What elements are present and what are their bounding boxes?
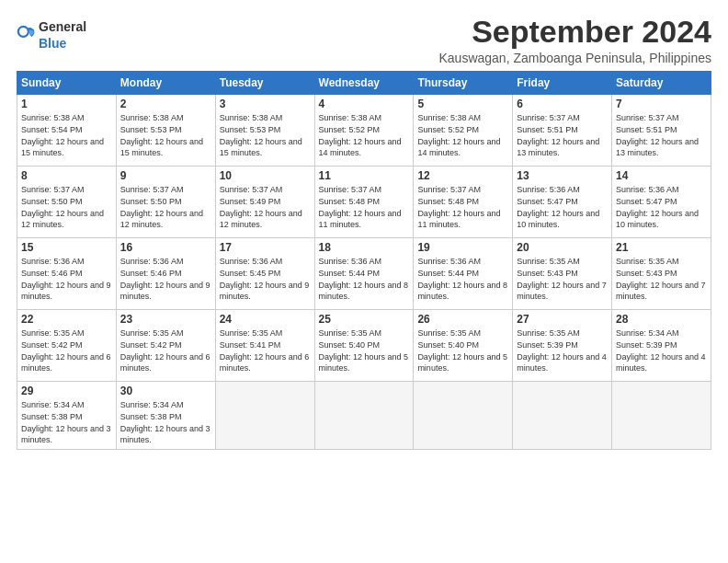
day-number: 7 xyxy=(616,98,707,110)
day-info: Sunrise: 5:37 AM Sunset: 5:50 PM Dayligh… xyxy=(21,184,112,230)
calendar-header-row: Sunday Monday Tuesday Wednesday Thursday… xyxy=(17,72,711,95)
day-number: 11 xyxy=(319,169,410,182)
header-monday: Monday xyxy=(116,72,215,95)
day-info: Sunrise: 5:36 AM Sunset: 5:47 PM Dayligh… xyxy=(616,184,707,230)
logo: General Blue xyxy=(17,18,86,52)
calendar-cell: 24Sunrise: 5:35 AM Sunset: 5:41 PM Dayli… xyxy=(215,310,314,382)
header: General Blue September 2024 Kauswagan, Z… xyxy=(17,15,711,65)
day-info: Sunrise: 5:35 AM Sunset: 5:43 PM Dayligh… xyxy=(616,256,707,302)
day-number: 14 xyxy=(616,169,707,182)
calendar-cell: 25Sunrise: 5:35 AM Sunset: 5:40 PM Dayli… xyxy=(314,310,414,382)
svg-point-1 xyxy=(19,28,28,36)
page: General Blue September 2024 Kauswagan, Z… xyxy=(0,0,728,563)
calendar-cell: 30Sunrise: 5:34 AM Sunset: 5:38 PM Dayli… xyxy=(116,382,215,449)
calendar-cell: 21Sunrise: 5:35 AM Sunset: 5:43 PM Dayli… xyxy=(612,238,711,310)
calendar-cell: 19Sunrise: 5:36 AM Sunset: 5:44 PM Dayli… xyxy=(414,238,513,310)
calendar-cell: 2Sunrise: 5:38 AM Sunset: 5:53 PM Daylig… xyxy=(116,95,215,167)
day-info: Sunrise: 5:36 AM Sunset: 5:44 PM Dayligh… xyxy=(417,256,508,302)
calendar-cell: 9Sunrise: 5:37 AM Sunset: 5:50 PM Daylig… xyxy=(116,167,215,238)
day-info: Sunrise: 5:35 AM Sunset: 5:43 PM Dayligh… xyxy=(517,256,608,302)
calendar-cell: 16Sunrise: 5:36 AM Sunset: 5:46 PM Dayli… xyxy=(116,238,215,310)
location-title: Kauswagan, Zamboanga Peninsula, Philippi… xyxy=(438,51,711,65)
calendar-cell: 3Sunrise: 5:38 AM Sunset: 5:53 PM Daylig… xyxy=(215,95,314,167)
day-info: Sunrise: 5:34 AM Sunset: 5:38 PM Dayligh… xyxy=(21,399,112,445)
logo-general: General xyxy=(39,19,86,34)
day-number: 2 xyxy=(120,98,211,110)
day-number: 16 xyxy=(120,241,211,254)
day-number: 15 xyxy=(21,241,112,254)
day-number: 28 xyxy=(616,313,707,326)
day-info: Sunrise: 5:37 AM Sunset: 5:48 PM Dayligh… xyxy=(417,184,508,230)
calendar-cell: 1Sunrise: 5:38 AM Sunset: 5:54 PM Daylig… xyxy=(17,95,117,167)
header-wednesday: Wednesday xyxy=(314,72,414,95)
day-number: 8 xyxy=(21,169,112,182)
calendar-cell: 6Sunrise: 5:37 AM Sunset: 5:51 PM Daylig… xyxy=(513,95,612,167)
day-number: 13 xyxy=(517,169,608,182)
calendar-cell: 22Sunrise: 5:35 AM Sunset: 5:42 PM Dayli… xyxy=(17,310,117,382)
day-info: Sunrise: 5:36 AM Sunset: 5:45 PM Dayligh… xyxy=(220,256,311,302)
day-info: Sunrise: 5:36 AM Sunset: 5:44 PM Dayligh… xyxy=(319,256,410,302)
calendar-cell: 13Sunrise: 5:36 AM Sunset: 5:47 PM Dayli… xyxy=(513,167,612,238)
day-number: 22 xyxy=(21,313,112,326)
day-info: Sunrise: 5:35 AM Sunset: 5:42 PM Dayligh… xyxy=(120,327,211,373)
day-number: 9 xyxy=(120,169,211,182)
day-info: Sunrise: 5:37 AM Sunset: 5:48 PM Dayligh… xyxy=(319,184,410,230)
day-info: Sunrise: 5:34 AM Sunset: 5:38 PM Dayligh… xyxy=(120,399,211,445)
day-info: Sunrise: 5:35 AM Sunset: 5:40 PM Dayligh… xyxy=(319,327,410,373)
day-number: 19 xyxy=(417,241,508,254)
day-number: 20 xyxy=(517,241,608,254)
calendar-cell: 15Sunrise: 5:36 AM Sunset: 5:46 PM Dayli… xyxy=(17,238,117,310)
day-number: 25 xyxy=(319,313,410,326)
calendar-cell: 29Sunrise: 5:34 AM Sunset: 5:38 PM Dayli… xyxy=(17,382,117,449)
day-info: Sunrise: 5:37 AM Sunset: 5:49 PM Dayligh… xyxy=(220,184,311,230)
calendar-cell xyxy=(513,382,612,449)
day-info: Sunrise: 5:38 AM Sunset: 5:52 PM Dayligh… xyxy=(417,112,508,158)
day-info: Sunrise: 5:35 AM Sunset: 5:40 PM Dayligh… xyxy=(417,327,508,373)
day-number: 27 xyxy=(517,313,608,326)
logo-blue: Blue xyxy=(39,36,66,51)
day-number: 12 xyxy=(417,169,508,182)
day-info: Sunrise: 5:37 AM Sunset: 5:50 PM Dayligh… xyxy=(120,184,211,230)
logo-icon xyxy=(17,25,37,45)
logo-text: General Blue xyxy=(39,18,86,52)
day-info: Sunrise: 5:38 AM Sunset: 5:53 PM Dayligh… xyxy=(120,112,211,158)
calendar-cell: 10Sunrise: 5:37 AM Sunset: 5:49 PM Dayli… xyxy=(215,167,314,238)
day-info: Sunrise: 5:38 AM Sunset: 5:54 PM Dayligh… xyxy=(21,112,112,158)
day-info: Sunrise: 5:35 AM Sunset: 5:41 PM Dayligh… xyxy=(220,327,311,373)
calendar-cell: 26Sunrise: 5:35 AM Sunset: 5:40 PM Dayli… xyxy=(414,310,513,382)
day-number: 17 xyxy=(220,241,311,254)
day-info: Sunrise: 5:38 AM Sunset: 5:53 PM Dayligh… xyxy=(220,112,311,158)
header-tuesday: Tuesday xyxy=(215,72,314,95)
calendar-cell xyxy=(314,382,414,449)
day-info: Sunrise: 5:34 AM Sunset: 5:39 PM Dayligh… xyxy=(616,327,707,373)
calendar-cell: 14Sunrise: 5:36 AM Sunset: 5:47 PM Dayli… xyxy=(612,167,711,238)
day-number: 1 xyxy=(21,98,112,110)
calendar-cell: 27Sunrise: 5:35 AM Sunset: 5:39 PM Dayli… xyxy=(513,310,612,382)
header-friday: Friday xyxy=(513,72,612,95)
calendar-cell: 4Sunrise: 5:38 AM Sunset: 5:52 PM Daylig… xyxy=(314,95,414,167)
day-info: Sunrise: 5:36 AM Sunset: 5:46 PM Dayligh… xyxy=(21,256,112,302)
header-thursday: Thursday xyxy=(414,72,513,95)
calendar-cell: 18Sunrise: 5:36 AM Sunset: 5:44 PM Dayli… xyxy=(314,238,414,310)
calendar-cell xyxy=(612,382,711,449)
title-section: September 2024 Kauswagan, Zamboanga Peni… xyxy=(438,15,711,65)
day-info: Sunrise: 5:35 AM Sunset: 5:42 PM Dayligh… xyxy=(21,327,112,373)
day-number: 21 xyxy=(616,241,707,254)
day-number: 18 xyxy=(319,241,410,254)
calendar-cell: 8Sunrise: 5:37 AM Sunset: 5:50 PM Daylig… xyxy=(17,167,117,238)
day-number: 4 xyxy=(319,98,410,110)
day-number: 6 xyxy=(517,98,608,110)
day-number: 10 xyxy=(220,169,311,182)
day-info: Sunrise: 5:38 AM Sunset: 5:52 PM Dayligh… xyxy=(319,112,410,158)
day-number: 26 xyxy=(417,313,508,326)
calendar-cell: 7Sunrise: 5:37 AM Sunset: 5:51 PM Daylig… xyxy=(612,95,711,167)
day-info: Sunrise: 5:35 AM Sunset: 5:39 PM Dayligh… xyxy=(517,327,608,373)
day-info: Sunrise: 5:36 AM Sunset: 5:47 PM Dayligh… xyxy=(517,184,608,230)
calendar-cell: 28Sunrise: 5:34 AM Sunset: 5:39 PM Dayli… xyxy=(612,310,711,382)
header-sunday: Sunday xyxy=(17,72,117,95)
month-title: September 2024 xyxy=(438,15,711,49)
calendar-cell xyxy=(215,382,314,449)
calendar-cell xyxy=(414,382,513,449)
calendar-cell: 20Sunrise: 5:35 AM Sunset: 5:43 PM Dayli… xyxy=(513,238,612,310)
day-number: 5 xyxy=(417,98,508,110)
